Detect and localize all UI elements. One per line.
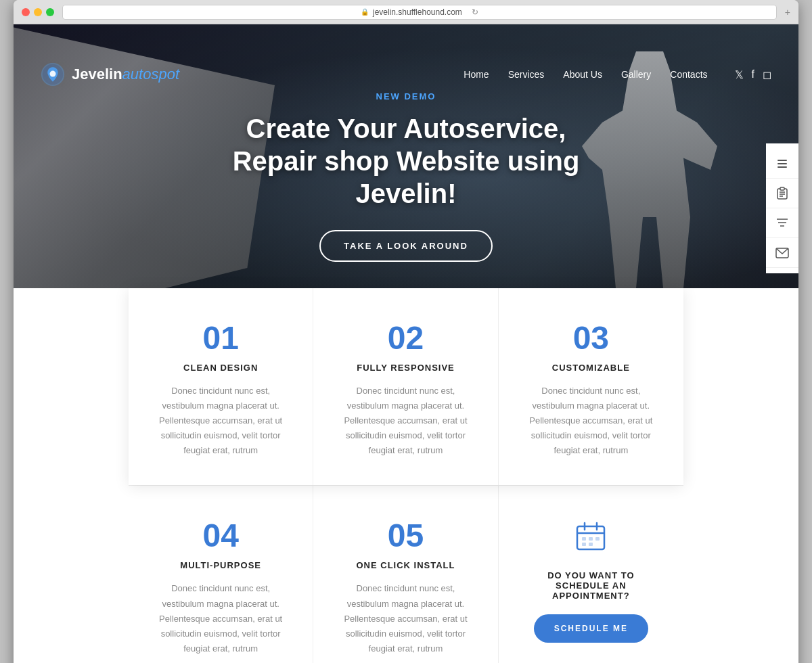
lock-icon: 🔒 [361,8,369,16]
svg-rect-4 [777,166,787,168]
svg-rect-6 [780,187,784,190]
nav-item-about[interactable]: About Us [563,68,602,81]
expand-icon[interactable]: + [785,7,790,18]
feature-title-5: ONE CLICK INSTALL [340,560,470,570]
facebook-icon[interactable]: f [752,68,754,81]
svg-rect-20 [595,537,600,541]
feature-card-1: 01 CLEAN DESIGN Donec tincidunt nunc est… [129,288,313,485]
browser-control-buttons [22,8,54,16]
feature-card-4: 04 MULTI-PURPOSE Donec tincidunt nunc es… [129,486,313,663]
social-links: 𝕏 f ◻ [735,68,771,81]
sidebar-icon-email[interactable] [766,238,798,268]
features-row-2: 04 MULTI-PURPOSE Donec tincidunt nunc es… [129,485,683,663]
logo-brand: Jevelin [72,66,122,83]
feature-card-3: 03 CUSTOMIZABLE Donec tincidunt nunc est… [499,288,683,485]
browser-titlebar: 🔒 jevelin.shufflehound.com ↻ + [14,0,798,24]
feature-text-2: Donec tincidunt nunc est, vestibulum mag… [340,384,470,458]
twitter-icon[interactable]: 𝕏 [735,68,744,81]
logo-icon [41,62,65,87]
navbar: Jevelinautospot Home Services About Us G… [14,49,798,100]
svg-point-1 [50,71,56,77]
svg-rect-18 [582,537,586,541]
svg-rect-2 [777,160,787,161]
website-content: Jevelinautospot Home Services About Us G… [14,24,798,663]
feature-text-1: Donec tincidunt nunc est, vestibulum mag… [156,384,286,458]
feature-number-4: 04 [156,520,286,552]
feature-text-4: Donec tincidunt nunc est, vestibulum mag… [156,581,286,656]
sidebar-icon-layers[interactable] [766,149,798,179]
feature-number-1: 01 [156,322,286,355]
hero-title: Create Your Autoservice, Repair shop Web… [217,112,595,210]
feature-number-2: 02 [340,322,470,355]
sidebar-icons [766,143,798,273]
logo-sub: autospot [122,66,179,83]
features-row-1: 01 CLEAN DESIGN Donec tincidunt nunc est… [129,288,683,485]
reload-icon[interactable]: ↻ [472,7,478,17]
sidebar-icon-clipboard[interactable] [766,179,798,208]
address-bar[interactable]: 🔒 jevelin.shufflehound.com ↻ [62,5,777,20]
svg-rect-3 [777,163,787,164]
take-a-look-button[interactable]: TAKE A LOOK AROUND [319,230,493,262]
schedule-button[interactable]: SCHEDULE ME [534,614,648,643]
features-section: 01 CLEAN DESIGN Donec tincidunt nunc est… [14,288,798,663]
feature-card-5: 05 ONE CLICK INSTALL Donec tincidunt nun… [313,486,498,663]
feature-title-3: CUSTOMIZABLE [526,363,656,373]
close-button[interactable] [22,8,30,16]
svg-rect-21 [582,543,586,546]
nav-item-gallery[interactable]: Gallery [621,68,651,81]
feature-number-5: 05 [340,520,470,552]
maximize-button[interactable] [46,8,54,16]
nav-item-services[interactable]: Services [508,68,545,81]
url-text: jevelin.shufflehound.com [373,7,462,17]
nav-item-contacts[interactable]: Contacts [670,68,707,81]
feature-text-3: Donec tincidunt nunc est, vestibulum mag… [526,384,656,458]
sidebar-icon-filter[interactable] [766,208,798,238]
nav-item-home[interactable]: Home [464,68,489,81]
svg-rect-19 [589,537,593,541]
calendar-icon [526,520,656,559]
hero-section: Jevelinautospot Home Services About Us G… [14,24,798,329]
svg-rect-22 [589,543,593,546]
schedule-title: DO YOU WANT TO SCHEDULE AN APPOINTMENT? [526,570,656,601]
schedule-card: DO YOU WANT TO SCHEDULE AN APPOINTMENT? … [499,486,683,663]
hero-content: NEW DEMO Create Your Autoservice, Repair… [203,91,609,262]
feature-card-2: 02 FULLY RESPONSIVE Donec tincidunt nunc… [313,288,498,485]
instagram-icon[interactable]: ◻ [763,68,771,81]
feature-number-3: 03 [526,322,656,355]
logo[interactable]: Jevelinautospot [41,62,179,87]
feature-title-2: FULLY RESPONSIVE [340,363,470,373]
minimize-button[interactable] [34,8,42,16]
feature-text-5: Donec tincidunt nunc est, vestibulum mag… [340,581,470,656]
feature-title-4: MULTI-PURPOSE [156,560,286,570]
feature-title-1: CLEAN DESIGN [156,363,286,373]
nav-links: Home Services About Us Gallery Contacts … [464,68,771,81]
